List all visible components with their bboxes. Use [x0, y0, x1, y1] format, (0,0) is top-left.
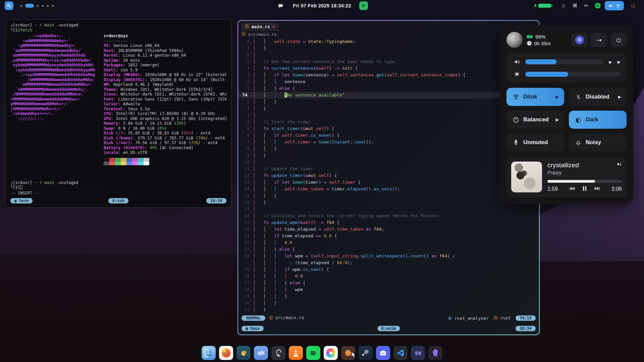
code-line[interactable]: │ │ │ ↪ (time_elapsed / 60.0); — [238, 259, 539, 266]
command-icon[interactable]: ⌘ — [571, 1, 579, 10]
code-line[interactable]: 24│ │ │ let wpm = (self.input_string.spl… — [238, 253, 539, 259]
toggle-wifi[interactable]: Dlink ▶ — [506, 88, 564, 106]
code-line[interactable]: 8│ │ self.state = State::TypingGame; — [238, 38, 539, 45]
avatar[interactable] — [506, 32, 523, 48]
editor-window[interactable]: Ⓡ main.rs × Ⓡ src/main.rs 8│ │ self.stat… — [238, 21, 539, 335]
lock-session-button[interactable]: → — [591, 33, 607, 47]
code-line[interactable]: 4│ // Start the timer — [238, 119, 539, 125]
brightness-slider[interactable] — [525, 72, 621, 77]
code-line[interactable]: 18│ // Calculate and return the current … — [238, 213, 539, 219]
toggle-notifications[interactable]: Noisy — [569, 133, 627, 152]
toggle-microphone[interactable]: Unmuted — [506, 133, 564, 152]
tmux-window-badge[interactable]: 0:nvim — [377, 326, 400, 331]
chevron-right-icon[interactable]: ▶ — [556, 95, 559, 99]
power-icon[interactable] — [627, 1, 639, 10]
dock-vlc-icon[interactable] — [289, 346, 303, 360]
code-line[interactable]: 1│ │ } else { — [238, 85, 539, 92]
terminal-window[interactable]: ┌[srdusr] ~ ϟ main -unstaged └[$]fetch -… — [5, 19, 231, 208]
code-line[interactable]: 15│ │ } — [238, 192, 539, 199]
code-line[interactable]: 4│ fn current_sentence(&self) -> &str { — [238, 65, 539, 72]
code-line[interactable]: 29│ │ │ } — [238, 293, 539, 300]
dock-dollar-w-app-icon[interactable]: $W — [411, 346, 425, 360]
dock-discord-icon[interactable] — [376, 346, 390, 360]
code-line[interactable]: 26│ │ │ │ 0.0 — [238, 273, 539, 280]
workspace-dot[interactable] — [42, 5, 44, 7]
player-progress-bar[interactable] — [547, 180, 622, 183]
clock[interactable]: Fri 07 Feb 2025 18:34:22 — [288, 1, 356, 10]
dock-photos-icon[interactable] — [324, 346, 338, 360]
scissors-icon[interactable]: ✂ — [582, 1, 591, 10]
tmux-session-badge[interactable]: ▣term — [10, 198, 33, 204]
code-line[interactable]: 3│ — [238, 112, 539, 119]
code-line[interactable]: 9│ } — [238, 152, 539, 159]
workspace-dot[interactable] — [52, 5, 54, 7]
next-track-button[interactable] — [594, 186, 600, 192]
dock-swirl-app-icon[interactable] — [271, 346, 285, 360]
code-line[interactable]: 8│ │ } — [238, 145, 539, 152]
workspace-dot[interactable] — [20, 5, 22, 7]
dock-steam-icon[interactable] — [359, 346, 373, 360]
code-line[interactable]: 11│ // Update the timer — [238, 166, 539, 172]
power-button[interactable] — [610, 33, 627, 47]
code-line[interactable]: 23│ │ } else { — [238, 246, 539, 253]
code-line[interactable]: 20│ │ let time_elapsed = self.time_taken… — [238, 226, 539, 233]
code-line[interactable]: 12│ fn update_timer(&mut self) { — [238, 172, 539, 179]
code-line[interactable]: 27│ │ │ } else { — [238, 280, 539, 286]
code-line[interactable]: 16│ } — [238, 199, 539, 206]
dock-firefox-icon[interactable] — [219, 346, 233, 360]
workspace-dot[interactable] — [37, 5, 39, 7]
code-line[interactable]: 22│ │ │ 0.0 — [238, 239, 539, 246]
chevron-right-icon[interactable]: ▶ — [556, 117, 559, 122]
prompt-line-4[interactable]: └[$] — [10, 185, 226, 190]
dock-thunar-icon[interactable] — [236, 346, 251, 360]
code-line[interactable]: 1│ │ } — [238, 99, 539, 105]
code-line[interactable]: 19│ fn update_wpm(&self) -> f64 { — [238, 219, 539, 226]
code-line-current[interactable]: 74│ │ │ "No sentence available" — [238, 92, 539, 99]
code-line[interactable]: 6│ │ if self.timer.is_none() { — [238, 132, 539, 139]
bell-icon[interactable] — [559, 1, 568, 10]
dock-obsidian-icon[interactable] — [428, 346, 442, 360]
spotify-icon[interactable] — [593, 1, 602, 10]
pause-button[interactable] — [583, 186, 587, 192]
volume-output-toggle-icon[interactable]: ▶ — [609, 60, 612, 64]
volume-expand-icon[interactable]: ▶ — [618, 60, 621, 64]
toggle-power-profile[interactable]: Balanced ▶ — [506, 111, 564, 129]
volume-wifi-indicator[interactable] — [605, 1, 624, 10]
tmux-session-badge[interactable]: ▣tmux — [241, 326, 264, 331]
code-line[interactable]: 5│ fn start_timer(&mut self) { — [238, 125, 539, 132]
code-editor-area[interactable]: 8│ │ self.state = State::TypingGame;7│ }… — [238, 38, 539, 314]
chevron-right-icon[interactable]: ▶ — [618, 95, 621, 99]
code-line[interactable]: 3│ │ if let Some(sentence) = self.senten… — [238, 72, 539, 78]
battery-indicator[interactable] — [530, 1, 556, 10]
workspace-dot[interactable] — [47, 5, 49, 7]
code-line[interactable]: 13│ │ if let Some(timer) = self.timer { — [238, 179, 539, 186]
code-line[interactable]: 28│ │ │ │ wpm — [238, 286, 539, 293]
tab-main-rs[interactable]: Ⓡ main.rs × — [241, 22, 278, 31]
tab-close-icon[interactable]: × — [272, 24, 275, 29]
dock-qbittorrent-icon[interactable]: qb — [254, 346, 268, 360]
code-line[interactable]: 2│ │ │ sentence — [238, 78, 539, 85]
previous-track-button[interactable] — [570, 186, 575, 192]
code-line[interactable]: 30│ │ } — [238, 300, 539, 306]
dock-spotify-icon[interactable] — [306, 346, 320, 360]
workspace-indicator[interactable] — [16, 1, 58, 10]
code-line[interactable]: 31│ } — [238, 306, 539, 313]
workspace-active[interactable] — [25, 4, 34, 8]
toggle-bluetooth[interactable]: Disabled ▶ — [569, 88, 627, 106]
code-line[interactable]: 10│ — [238, 159, 539, 166]
code-line[interactable]: 14│ │ │ self.time_taken = timer.elapsed(… — [238, 186, 539, 192]
notes-icon[interactable] — [359, 1, 368, 10]
dock-vscode-icon[interactable] — [393, 346, 408, 360]
settings-button[interactable]: ⚙ — [572, 33, 588, 47]
chat-bubble-icon[interactable] — [276, 1, 285, 10]
volume-slider[interactable] — [525, 59, 603, 64]
code-line[interactable]: 25│ │ │ if wpm.is_nan() { — [238, 266, 539, 273]
code-line[interactable]: 7│ } — [238, 45, 539, 52]
player-speaker-icon[interactable] — [616, 162, 622, 168]
code-line[interactable]: 17│ — [238, 206, 539, 213]
code-line[interactable]: 6│ — [238, 52, 539, 58]
search-icon[interactable] — [5, 1, 13, 10]
code-line[interactable]: 2│ } — [238, 105, 539, 112]
code-line[interactable]: 7│ │ │ self.timer = Some(Instant::now())… — [238, 139, 539, 145]
code-line[interactable]: 21│ │ if time_elapsed == 0.0 { — [238, 233, 539, 239]
